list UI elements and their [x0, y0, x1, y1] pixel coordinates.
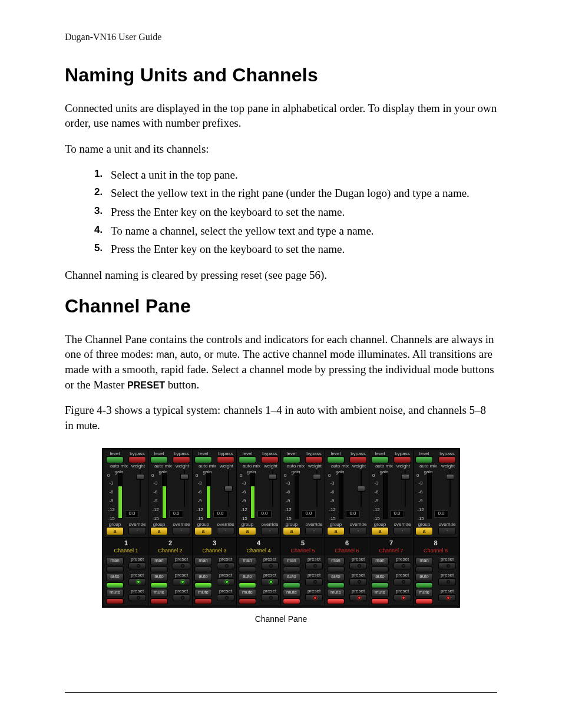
slider-knob[interactable]	[180, 474, 189, 480]
preset-button-3[interactable]	[394, 594, 411, 601]
preset-button-2[interactable]	[438, 578, 456, 585]
channel-name[interactable]: Channel 5	[283, 547, 322, 554]
auto-button[interactable]: auto	[283, 573, 300, 581]
bypass-button[interactable]	[349, 456, 367, 463]
preset-button-3[interactable]	[261, 594, 279, 601]
bypass-button[interactable]	[305, 456, 323, 463]
slider-knob[interactable]	[269, 474, 277, 480]
override-button[interactable]: -	[305, 527, 323, 535]
level-button[interactable]	[106, 456, 124, 463]
channel-name[interactable]: Channel 3	[195, 547, 234, 554]
mute-button[interactable]: mute	[327, 589, 345, 597]
bypass-button[interactable]	[438, 456, 456, 463]
override-button[interactable]: -	[438, 527, 456, 535]
preset-button-1[interactable]	[261, 562, 279, 569]
group-a-button[interactable]: a	[371, 527, 389, 535]
preset-button-3[interactable]	[128, 594, 146, 601]
preset-button-3[interactable]	[173, 594, 190, 601]
slider-knob[interactable]	[357, 486, 365, 492]
group-a-button[interactable]: a	[106, 527, 124, 535]
mute-indicator	[371, 598, 389, 604]
slider-knob[interactable]	[313, 474, 321, 480]
level-button[interactable]	[239, 456, 256, 463]
slider-knob[interactable]	[224, 486, 233, 492]
preset-button-1[interactable]	[438, 562, 456, 569]
auto-button[interactable]: auto	[194, 573, 212, 581]
bypass-button[interactable]	[173, 456, 190, 463]
preset-button-1[interactable]	[128, 562, 146, 569]
auto-button[interactable]: auto	[415, 573, 433, 581]
override-button[interactable]: -	[128, 527, 146, 535]
level-button[interactable]	[283, 456, 300, 463]
level-button[interactable]	[327, 456, 345, 463]
preset-button-2[interactable]	[305, 578, 323, 585]
override-button[interactable]: -	[394, 527, 411, 535]
preset-label-2: preset	[263, 573, 276, 578]
mute-button[interactable]: mute	[283, 589, 300, 597]
preset-button-1[interactable]	[217, 562, 234, 569]
man-button[interactable]: man	[415, 557, 433, 565]
preset-button-3[interactable]	[438, 594, 456, 601]
man-button[interactable]: man	[106, 557, 124, 565]
preset-button-2[interactable]	[394, 578, 411, 585]
group-a-button[interactable]: a	[150, 527, 168, 535]
preset-button-2[interactable]	[173, 578, 190, 585]
preset-button-1[interactable]	[349, 562, 367, 569]
group-a-button[interactable]: a	[283, 527, 300, 535]
override-button[interactable]: -	[261, 527, 279, 535]
group-a-button[interactable]: a	[415, 527, 433, 535]
slider-knob[interactable]	[446, 474, 454, 480]
preset-button-3[interactable]	[217, 594, 234, 601]
channel-name[interactable]: Channel 4	[239, 547, 278, 554]
override-button[interactable]: -	[349, 527, 367, 535]
gain-meter	[295, 473, 299, 519]
group-a-button[interactable]: a	[327, 527, 345, 535]
man-button[interactable]: man	[239, 557, 256, 565]
level-button[interactable]	[150, 456, 168, 463]
override-button[interactable]: -	[217, 527, 234, 535]
preset-button-2[interactable]	[261, 578, 279, 585]
channel-name[interactable]: Channel 6	[328, 547, 366, 554]
auto-button[interactable]: auto	[239, 573, 256, 581]
mute-button[interactable]: mute	[415, 589, 433, 597]
preset-button-1[interactable]	[394, 562, 411, 569]
preset-button-1[interactable]	[173, 562, 190, 569]
bypass-button[interactable]	[217, 456, 234, 463]
man-button[interactable]: man	[283, 557, 300, 565]
mute-button[interactable]: mute	[194, 589, 212, 597]
level-button[interactable]	[194, 456, 212, 463]
level-button[interactable]	[371, 456, 389, 463]
channel-name[interactable]: Channel 7	[372, 547, 411, 554]
bypass-button[interactable]	[394, 456, 411, 463]
group-a-button[interactable]: a	[239, 527, 256, 535]
auto-button[interactable]: auto	[150, 573, 168, 581]
preset-button-3[interactable]	[305, 594, 323, 601]
auto-button[interactable]: auto	[106, 573, 124, 581]
override-button[interactable]: -	[173, 527, 190, 535]
preset-button-2[interactable]	[349, 578, 367, 585]
mute-button[interactable]: mute	[239, 589, 256, 597]
mute-button[interactable]: mute	[106, 589, 124, 597]
slider-knob[interactable]	[136, 474, 144, 480]
override-col: override -	[261, 522, 279, 535]
channel-name[interactable]: Channel 2	[151, 547, 190, 554]
channel-name[interactable]: Channel 1	[107, 547, 146, 554]
man-button[interactable]: man	[194, 557, 212, 565]
mute-button[interactable]: mute	[371, 589, 389, 597]
man-button[interactable]: man	[327, 557, 345, 565]
preset-button-3[interactable]	[349, 594, 367, 601]
bypass-button[interactable]	[128, 456, 146, 463]
preset-button-2[interactable]	[128, 578, 146, 585]
auto-button[interactable]: auto	[327, 573, 345, 581]
level-button[interactable]	[415, 456, 433, 463]
man-button[interactable]: man	[371, 557, 389, 565]
channel-name[interactable]: Channel 8	[416, 547, 455, 554]
mute-button[interactable]: mute	[150, 589, 168, 597]
preset-button-1[interactable]	[305, 562, 323, 569]
group-a-button[interactable]: a	[194, 527, 212, 535]
man-button[interactable]: man	[150, 557, 168, 565]
bypass-button[interactable]	[261, 456, 279, 463]
auto-button[interactable]: auto	[371, 573, 389, 581]
preset-button-2[interactable]	[217, 578, 234, 585]
slider-knob[interactable]	[401, 474, 409, 480]
